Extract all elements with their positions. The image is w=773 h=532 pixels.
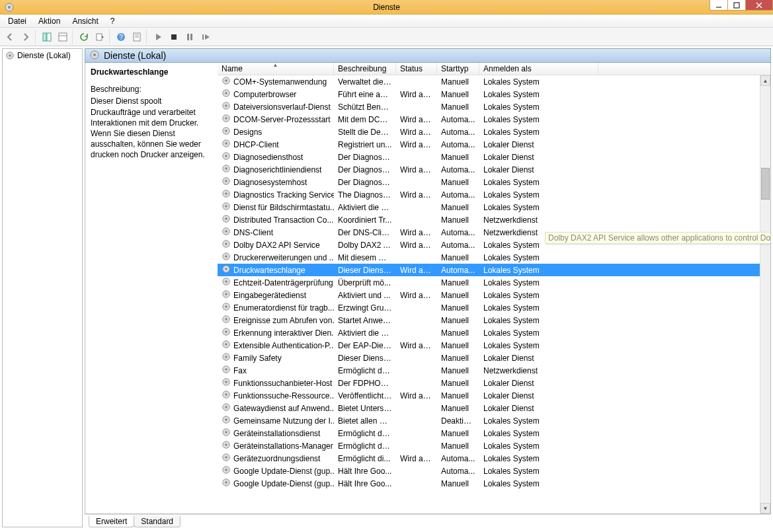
cell-starttype: Automa... [437, 227, 479, 238]
table-row[interactable]: Gemeinsame Nutzung der I...Bietet allen … [218, 414, 760, 427]
table-row[interactable]: Funktionssuchanbieter-HostDer FDPHOST...… [218, 377, 760, 389]
gear-icon [222, 189, 231, 200]
table-row[interactable]: Dateiversionsverlauf-DienstSchützt Benut… [218, 100, 760, 113]
cell-description: Der DNS-Clien... [334, 227, 396, 238]
table-row[interactable]: Druckererweiterungen und ...Mit diesem D… [218, 251, 760, 264]
table-row[interactable]: Google Update-Dienst (gup...Hält Ihre Go… [218, 465, 760, 477]
table-row[interactable]: GeräteinstallationsdienstErmöglicht de..… [218, 427, 760, 439]
cell-status: Wird au... [396, 453, 437, 464]
list-rows[interactable]: COM+-SystemanwendungVerwaltet die ...Man… [218, 75, 760, 513]
show-hide-tree-button[interactable] [40, 30, 54, 44]
tree-root-item[interactable]: Dienste (Lokal) [4, 50, 81, 61]
right-body: Druckwarteschlange Beschreibung: Dieser … [85, 63, 771, 514]
table-row[interactable]: DiagnosesystemhostDer Diagnoses...Manuel… [218, 176, 760, 188]
svg-point-85 [225, 456, 227, 459]
cell-starttype: Automa... [437, 127, 479, 137]
table-row[interactable]: Distributed Transaction Co...Koordiniert… [218, 213, 760, 226]
table-row[interactable]: Google Update-Dienst (gup...Hält Ihre Go… [218, 477, 760, 490]
table-row[interactable]: Enumeratordienst für tragb...Erzwingt Gr… [218, 301, 760, 314]
scroll-up-arrow-icon[interactable]: ▲ [760, 75, 770, 86]
cell-description: Dieser Dienst s... [334, 265, 396, 276]
table-row[interactable]: EingabegerätedienstAktiviert und ...Wird… [218, 289, 760, 301]
table-row[interactable]: DCOM-Server-ProzessstartMit dem DCO...Wi… [218, 113, 760, 126]
gear-icon [222, 440, 231, 451]
col-name[interactable]: Name▲ [218, 63, 334, 75]
close-button[interactable] [745, 0, 773, 11]
properties-layout-button[interactable] [56, 30, 73, 44]
cell-logon: Lokales System [479, 290, 598, 301]
cell-description: Der Diagnose... [334, 152, 396, 163]
table-row[interactable]: Erkennung interaktiver Dien...Aktiviert … [218, 326, 760, 339]
cell-description: Der Diagnoses... [334, 177, 396, 188]
cell-description: Ermöglicht di... [334, 453, 396, 464]
table-row[interactable]: DiagnosediensthostDer Diagnose...Manuell… [218, 151, 760, 163]
properties-button[interactable] [130, 30, 147, 44]
cell-logon: Lokales System [479, 77, 598, 87]
table-row[interactable]: ComputerbrowserFührt eine akt...Wird au.… [218, 88, 760, 100]
help-button[interactable]: ? [114, 30, 128, 44]
cell-status [396, 207, 437, 208]
table-row[interactable]: Extensible Authentication-P...Der EAP-Di… [218, 339, 760, 352]
table-row[interactable]: Family SafetyDieser Dienst i...ManuellLo… [218, 352, 760, 364]
cell-starttype: Manuell [437, 365, 479, 376]
table-row[interactable]: DruckwarteschlangeDieser Dienst s...Wird… [218, 264, 760, 276]
menu-view[interactable]: Ansicht [67, 15, 103, 27]
menu-file[interactable]: Datei [3, 15, 32, 27]
cell-name: COM+-Systemanwendung [218, 75, 334, 88]
cell-name: Gemeinsame Nutzung der I... [218, 414, 334, 427]
table-row[interactable]: FaxErmöglicht da...ManuellNetzwerkdienst [218, 364, 760, 377]
menu-help[interactable]: ? [105, 15, 120, 27]
table-row[interactable]: Gatewaydienst auf Anwend...Bietet Unters… [218, 402, 760, 414]
cell-name: Dienst für Bildschirmtastatu... [218, 201, 334, 213]
col-logon[interactable]: Anmelden als [479, 63, 598, 75]
scroll-thumb[interactable] [761, 168, 770, 200]
scrollbar-vertical[interactable]: ▲ ▼ [760, 75, 770, 513]
export-list-button[interactable] [93, 30, 110, 44]
refresh-button[interactable] [77, 30, 91, 44]
table-row[interactable]: COM+-SystemanwendungVerwaltet die ...Man… [218, 75, 760, 88]
gear-icon [222, 377, 231, 389]
gear-icon [222, 352, 231, 363]
table-row[interactable]: Echtzeit-DatenträgerprüfungÜberprüft mö.… [218, 276, 760, 289]
forward-button[interactable] [19, 30, 36, 44]
cell-status [396, 332, 437, 334]
restart-service-button[interactable] [198, 30, 213, 44]
tab-extended[interactable]: Erweitert [89, 516, 134, 527]
svg-rect-10 [97, 34, 102, 40]
left-tree[interactable]: Dienste (Lokal) [2, 48, 83, 527]
cell-starttype: Manuell [437, 378, 479, 389]
cell-name: Funktionssuche-Ressource... [218, 389, 334, 402]
cell-name: DNS-Client [218, 226, 334, 239]
pause-service-button[interactable] [183, 30, 197, 44]
cell-status: Wird au... [396, 127, 437, 137]
cell-logon: Lokaler Dienst [479, 391, 598, 401]
start-service-button[interactable] [151, 30, 165, 44]
table-row[interactable]: Dienst für Bildschirmtastatu...Aktiviert… [218, 201, 760, 213]
back-button[interactable] [3, 30, 17, 44]
cell-status [396, 282, 437, 284]
cell-logon: Lokales System [479, 466, 598, 476]
gear-icon [222, 277, 231, 288]
table-row[interactable]: Geräteinstallations-ManagerErmöglicht da… [218, 439, 760, 452]
table-row[interactable]: GerätezuordnungsdienstErmöglicht di...Wi… [218, 452, 760, 465]
table-row[interactable]: Diagnostics Tracking ServiceThe Diagnost… [218, 188, 760, 201]
gear-icon [222, 390, 231, 401]
maximize-button[interactable] [727, 0, 746, 11]
table-row[interactable]: Funktionssuche-Ressource...Veröffentlich… [218, 389, 760, 402]
table-row[interactable]: DiagnoserichtliniendienstDer Diagnoser..… [218, 163, 760, 176]
cell-logon: Lokales System [479, 478, 598, 489]
scroll-down-arrow-icon[interactable]: ▼ [760, 503, 770, 513]
stop-service-button[interactable] [167, 30, 181, 44]
cell-logon: Lokales System [479, 416, 598, 426]
table-row[interactable]: DesignsStellt die Desi...Wird au...Autom… [218, 126, 760, 138]
minimize-button[interactable] [710, 0, 728, 11]
table-row[interactable]: DHCP-ClientRegistriert un...Wird au...Au… [218, 138, 760, 151]
col-status[interactable]: Status [396, 63, 437, 75]
col-description[interactable]: Beschreibung [334, 63, 396, 75]
table-row[interactable]: Ereignisse zum Abrufen von...Startet Anw… [218, 314, 760, 326]
col-starttype[interactable]: Starttyp [437, 63, 479, 75]
menu-action[interactable]: Aktion [33, 15, 65, 27]
tab-standard[interactable]: Standard [134, 516, 181, 527]
cell-description: Erzwingt Grup... [334, 303, 396, 313]
cell-starttype: Manuell [437, 102, 479, 112]
